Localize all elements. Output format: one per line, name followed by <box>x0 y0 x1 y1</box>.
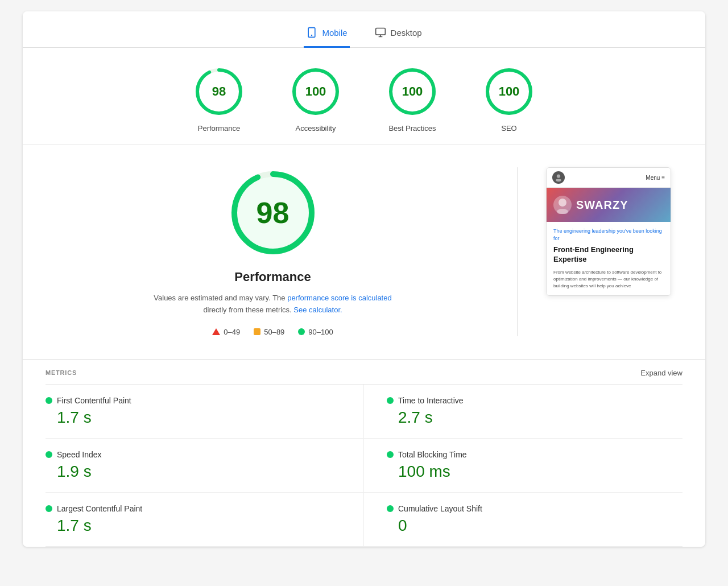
main-content: 98 Performance Values are estimated and … <box>23 145 705 360</box>
tab-bar: Mobile Desktop <box>23 11 705 48</box>
screenshot-mockup: Menu ≡ SWARZY The engineering leadership… <box>546 167 671 296</box>
tab-desktop[interactable]: Desktop <box>373 21 424 48</box>
score-best-practices-label: Best Practices <box>388 124 436 133</box>
legend: 0–49 50–89 90–100 <box>212 328 333 336</box>
metric-tbt-name: Total Blocking Time <box>398 450 467 459</box>
metric-cls: Cumulative Layout Shift 0 <box>364 493 682 547</box>
metric-cls-value: 0 <box>387 517 682 535</box>
desc-middle: directly from these metrics. <box>203 306 293 314</box>
score-seo-value: 100 <box>499 84 520 99</box>
scores-row: 98 Performance 100 Accessibility <box>23 66 705 133</box>
metric-si-name: Speed Index <box>57 450 102 459</box>
mockup-hero: SWARZY <box>547 188 671 222</box>
score-accessibility-label: Accessibility <box>296 124 336 133</box>
metric-lcp-dot <box>46 505 52 512</box>
mockup-body: The engineering leadership you've been l… <box>547 222 671 295</box>
metric-fcp: First Contentful Paint 1.7 s <box>46 385 364 439</box>
mockup-tagline: The engineering leadership you've been l… <box>553 228 664 242</box>
divider-vertical <box>517 167 518 336</box>
mockup-brand: SWARZY <box>576 199 628 212</box>
svg-point-18 <box>557 209 568 214</box>
metric-tbt: Total Blocking Time 100 ms <box>364 439 682 493</box>
legend-orange: 50–89 <box>254 328 284 336</box>
tab-mobile-label: Mobile <box>322 28 347 38</box>
metric-lcp-value: 1.7 s <box>46 517 341 535</box>
score-best-practices-value: 100 <box>402 84 423 99</box>
metrics-label: METRICS <box>46 369 77 376</box>
right-panel: Menu ≡ SWARZY The engineering leadership… <box>546 167 671 336</box>
score-accessibility: 100 Accessibility <box>290 66 341 133</box>
mockup-hero-icon <box>553 196 572 214</box>
performance-desc: Values are estimated and may vary. The p… <box>154 292 392 316</box>
metric-cls-name: Cumulative Layout Shift <box>398 504 482 513</box>
legend-red: 0–49 <box>212 328 240 336</box>
circle-icon <box>298 328 305 335</box>
score-performance-value: 98 <box>212 84 226 99</box>
mockup-body-text: From website architecture to software de… <box>553 269 664 290</box>
svg-rect-2 <box>375 28 385 35</box>
metric-si: Speed Index 1.9 s <box>46 439 364 493</box>
tab-mobile[interactable]: Mobile <box>304 21 349 48</box>
metric-si-dot <box>46 451 52 458</box>
mockup-logo-icon <box>552 171 565 184</box>
metric-tbt-dot <box>387 451 394 458</box>
metric-tbt-value: 100 ms <box>387 463 682 481</box>
triangle-icon <box>212 328 220 335</box>
metric-tti-value: 2.7 s <box>387 408 682 427</box>
desc-text: Values are estimated and may vary. The <box>154 294 287 302</box>
score-accessibility-value: 100 <box>305 84 326 99</box>
big-score-circle: 98 <box>228 167 318 258</box>
performance-title: Performance <box>234 270 311 284</box>
square-icon <box>254 328 260 335</box>
svg-point-15 <box>557 174 560 178</box>
mockup-heading: Front-End Engineering Expertise <box>553 245 664 265</box>
legend-green-range: 90–100 <box>308 328 333 336</box>
main-container: Mobile Desktop 98 Perfor <box>23 11 705 547</box>
metrics-grid: First Contentful Paint 1.7 s Time to Int… <box>46 385 682 547</box>
metric-tti-name: Time to Interactive <box>398 396 464 405</box>
expand-view-button[interactable]: Expand view <box>640 369 682 377</box>
score-performance: 98 Performance <box>193 66 245 133</box>
metrics-section: METRICS Expand view First Contentful Pai… <box>23 360 705 547</box>
metrics-header: METRICS Expand view <box>46 360 682 385</box>
legend-orange-range: 50–89 <box>264 328 284 336</box>
metric-lcp: Largest Contentful Paint 1.7 s <box>46 493 364 547</box>
svg-point-17 <box>559 199 566 207</box>
legend-red-range: 0–49 <box>224 328 240 336</box>
metric-fcp-name: First Contentful Paint <box>57 396 131 405</box>
mockup-nav: Menu ≡ <box>547 168 671 188</box>
perf-score-link[interactable]: performance score is calculated <box>287 294 392 302</box>
calculator-link[interactable]: See calculator. <box>293 306 342 314</box>
big-score-number: 98 <box>257 196 289 230</box>
mockup-menu-text: Menu ≡ <box>646 175 665 181</box>
metric-tti-dot <box>387 397 394 404</box>
left-panel: 98 Performance Values are estimated and … <box>57 167 489 336</box>
metric-cls-dot <box>387 505 394 512</box>
tab-desktop-label: Desktop <box>391 28 422 38</box>
metric-fcp-dot <box>46 397 52 404</box>
score-seo: 100 SEO <box>483 66 535 133</box>
score-seo-label: SEO <box>501 124 516 133</box>
metric-tti: Time to Interactive 2.7 s <box>364 385 682 439</box>
metric-si-value: 1.9 s <box>46 463 341 481</box>
scores-section: 98 Performance 100 Accessibility <box>23 48 705 145</box>
svg-point-16 <box>556 179 561 181</box>
metric-fcp-value: 1.7 s <box>46 408 341 427</box>
metric-lcp-name: Largest Contentful Paint <box>57 504 142 513</box>
score-performance-label: Performance <box>198 124 240 133</box>
legend-green: 90–100 <box>298 328 333 336</box>
score-best-practices: 100 Best Practices <box>387 66 438 133</box>
